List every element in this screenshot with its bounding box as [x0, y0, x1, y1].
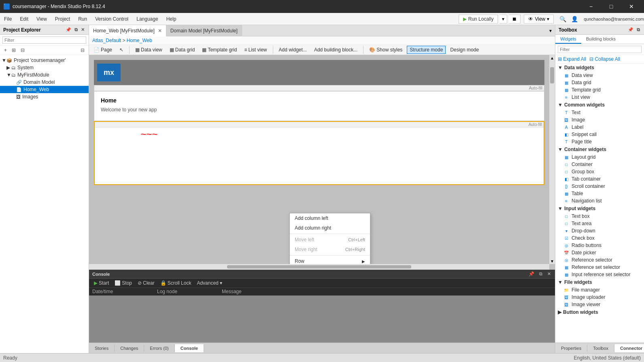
widget-data-view[interactable]: ▦ Data view: [555, 72, 644, 79]
project-filter-input[interactable]: [2, 36, 86, 44]
widget-scroll-container[interactable]: [} Scroll container: [555, 183, 644, 190]
collapse-all-button[interactable]: ⊟ Collapse All: [589, 56, 620, 62]
list-view-button[interactable]: ≡ List view: [241, 46, 270, 54]
breadcrumb-atlas[interactable]: Atlas_Default: [92, 38, 121, 43]
collapse-all-button[interactable]: ⊟: [19, 47, 26, 54]
section-file-widgets[interactable]: ▼ File widgets: [555, 278, 644, 286]
widget-text-area[interactable]: □ Text area: [555, 220, 644, 227]
add-building-block-button[interactable]: Add building block...: [311, 46, 360, 54]
expand-arrow[interactable]: ▶: [6, 65, 11, 70]
advanced-button[interactable]: Advanced ▾: [195, 280, 223, 286]
run-locally-button[interactable]: ▶ Run Locally: [459, 15, 498, 23]
tree-item-domain-model[interactable]: ▶ 🔗 Domain Model: [0, 79, 89, 86]
layout-row-section[interactable]: Auto-fill ~~~: [94, 121, 544, 185]
menu-project[interactable]: Project: [51, 15, 74, 23]
widget-page-title[interactable]: T Page title: [555, 138, 644, 145]
widget-container[interactable]: □ Container: [555, 161, 644, 168]
widget-image[interactable]: 🖼 Image: [555, 116, 644, 124]
template-grid-button[interactable]: ▦ Template grid: [199, 46, 240, 54]
menu-view[interactable]: View: [32, 15, 51, 23]
widget-table[interactable]: ▦ Table: [555, 190, 644, 197]
section-container-widgets[interactable]: ▼ Container widgets: [555, 145, 644, 153]
scroll-down-arrow[interactable]: ▾: [549, 258, 555, 264]
close-explorer-icon[interactable]: ✕: [80, 27, 85, 33]
widget-layout-grid[interactable]: ▦ Layout grid: [555, 153, 644, 161]
close-button[interactable]: ✕: [622, 0, 641, 13]
console-pin-icon[interactable]: 📌: [528, 271, 535, 277]
add-widget-button[interactable]: Add widget...: [276, 46, 310, 54]
minimize-button[interactable]: −: [582, 0, 600, 13]
tree-item-images[interactable]: ▶ 🖼 Images: [0, 93, 89, 100]
widget-date-picker[interactable]: 📅 Date picker: [555, 249, 644, 256]
horizontal-scrollbar[interactable]: [89, 264, 549, 270]
widget-input-reference-set-selector[interactable]: ▦ Input reference set selector: [555, 271, 644, 278]
tab-properties[interactable]: Properties: [555, 344, 587, 352]
menu-help[interactable]: Help: [162, 15, 181, 23]
section-input-widgets[interactable]: ▼ Input widgets: [555, 204, 644, 213]
section-data-widgets[interactable]: ▼ Data widgets: [555, 64, 644, 72]
select-tool-button[interactable]: ↖: [117, 46, 126, 54]
design-mode-button[interactable]: Design mode: [447, 46, 482, 54]
tab-widgets[interactable]: Widgets: [555, 35, 581, 44]
widget-group-box[interactable]: □ Group box: [555, 168, 644, 175]
tree-item-project[interactable]: ▼ 📦 Project 'coursemanager': [0, 57, 89, 64]
widget-image-viewer[interactable]: 🖼 Image viewer: [555, 301, 644, 308]
tab-stories[interactable]: Stories: [89, 344, 115, 352]
menu-edit[interactable]: Edit: [16, 15, 32, 23]
structure-mode-button[interactable]: Structure mode: [407, 46, 446, 54]
expand-arrow[interactable]: ▼: [2, 57, 6, 63]
page-button[interactable]: 📄 Page: [91, 46, 115, 54]
tab-home-web[interactable]: Home_Web [MyFirstModule] ✕: [89, 25, 166, 36]
tree-item-myfirstmodule[interactable]: ▼ 🗂 MyFirstModule: [0, 71, 89, 79]
console-float-icon[interactable]: ⧉: [538, 271, 543, 277]
widget-file-manager[interactable]: 📁 File manager: [555, 286, 644, 294]
section-common-widgets[interactable]: ▼ Common widgets: [555, 101, 644, 109]
widget-text[interactable]: T Text: [555, 109, 644, 116]
breadcrumb-home-web[interactable]: Home_Web: [127, 38, 152, 43]
ctx-add-column-left[interactable]: Add column left: [290, 213, 370, 223]
tab-domain-model[interactable]: Domain Model [MyFirstModule]: [166, 25, 242, 36]
tab-console[interactable]: Console: [175, 344, 204, 352]
toolbox-float-icon[interactable]: ⧉: [636, 27, 641, 33]
expand-arrow[interactable]: ▼: [6, 72, 11, 78]
ctx-row[interactable]: Row ▶: [290, 256, 370, 264]
tree-item-home-web[interactable]: ▶ 📄 Home_Web: [0, 86, 89, 93]
float-icon[interactable]: ⧉: [74, 27, 79, 33]
tab-errors[interactable]: Errors (0): [144, 344, 174, 352]
widget-reference-selector[interactable]: ◎ Reference selector: [555, 256, 644, 264]
tab-building-blocks[interactable]: Building blocks: [581, 35, 621, 44]
run-locally-dropdown-button[interactable]: ▾: [499, 15, 507, 23]
scroll-lock-button[interactable]: 🔒 Scroll Lock: [159, 280, 193, 286]
menu-version-control[interactable]: Version Control: [91, 15, 132, 23]
section-button-widgets[interactable]: ▶ Button widgets: [555, 308, 644, 316]
tab-close-icon[interactable]: ✕: [158, 28, 162, 34]
widget-radio-buttons[interactable]: ◎ Radio buttons: [555, 242, 644, 249]
expand-all-button[interactable]: ⊞: [10, 47, 17, 54]
widget-navigation-list[interactable]: ≡ Navigation list: [555, 197, 644, 204]
menu-file[interactable]: File: [0, 15, 16, 23]
grid-view-button[interactable]: ⊟: [79, 47, 86, 54]
console-close-icon[interactable]: ✕: [546, 271, 552, 277]
pin-icon[interactable]: 📌: [65, 27, 72, 33]
tab-dropdown[interactable]: ▾: [546, 25, 555, 36]
add-button[interactable]: +: [2, 47, 9, 54]
menu-language[interactable]: Language: [132, 15, 162, 23]
toolbox-filter-input[interactable]: [558, 46, 642, 53]
vertical-scrollbar[interactable]: ▾ ▴: [549, 55, 555, 264]
clear-button[interactable]: ⊘ Clear: [136, 280, 156, 286]
stop-button[interactable]: ⬜ Stop: [113, 280, 134, 286]
widget-snippet-call[interactable]: ◧ Snippet call: [555, 131, 644, 138]
tree-item-system[interactable]: ▶ 🗂 System: [0, 64, 89, 71]
scroll-up-arrow[interactable]: ▴: [549, 55, 555, 61]
run-stop-button[interactable]: ⏹: [509, 15, 521, 23]
widget-text-box[interactable]: □ Text box: [555, 213, 644, 220]
widget-list-view[interactable]: ≡ List view: [555, 94, 644, 101]
tab-changes[interactable]: Changes: [115, 344, 144, 352]
view-button[interactable]: 👁 View ▾: [524, 15, 554, 23]
expand-all-button[interactable]: ⊞ Expand All: [558, 56, 586, 62]
tab-toolbox[interactable]: Toolbox: [587, 344, 614, 352]
maximize-button[interactable]: □: [602, 0, 621, 13]
widget-tab-container[interactable]: ◧ Tab container: [555, 175, 644, 183]
widget-image-uploader[interactable]: 🖼 Image uploader: [555, 294, 644, 301]
show-styles-button[interactable]: 🎨 Show styles: [366, 46, 405, 54]
